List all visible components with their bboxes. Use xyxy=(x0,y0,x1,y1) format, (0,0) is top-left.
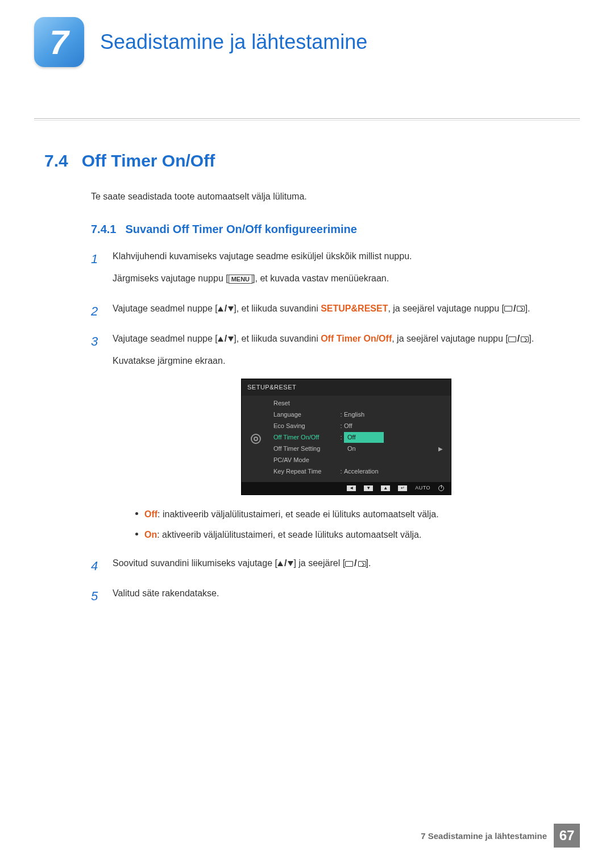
osd-option-off: Off xyxy=(344,432,384,443)
subsection-number: 7.4.1 xyxy=(91,223,116,236)
subsection-title: Suvandi Off Timer On/Off konfigureerimin… xyxy=(125,223,356,236)
osd-row-eco: Eco Saving:Off xyxy=(270,421,449,432)
page-number: 67 xyxy=(554,824,580,848)
menu-button-label: MENU xyxy=(229,275,252,284)
step-2: 2 Vajutage seadmel nuppe [/], et liikuda… xyxy=(91,302,580,324)
section-heading: 7.4 Off Timer On/Off xyxy=(44,151,570,171)
highlight-setup-reset: SETUP&RESET xyxy=(321,304,388,313)
step-number: 2 xyxy=(91,302,102,324)
bullet-on: On: aktiveerib väljalülitustaimeri, et s… xyxy=(135,528,580,542)
up-down-icon: / xyxy=(218,302,234,316)
up-down-icon: / xyxy=(277,556,293,571)
step-text: Vajutage seadmel nuppe [/], et liikuda s… xyxy=(113,302,580,316)
chapter-number-badge: 7 xyxy=(34,17,84,67)
step-text: Soovitud suvandini liikumiseks vajutage … xyxy=(113,556,580,571)
osd-row-language: Language:English xyxy=(270,409,449,421)
step-text: Vajutage seadmel nuppe [/], et liikuda s… xyxy=(113,332,580,346)
step-1: 1 Klahvijuhendi kuvamiseks vajutage sead… xyxy=(91,250,580,294)
source-enter-icon: / xyxy=(345,556,366,571)
highlight-off-timer: Off Timer On/Off xyxy=(321,334,392,343)
osd-option-on: On xyxy=(344,443,384,454)
step-number: 1 xyxy=(91,250,102,294)
step-number: 4 xyxy=(91,556,102,579)
chapter-header: 7 Seadistamine ja lähtestamine xyxy=(34,17,580,67)
chapter-title: Seadistamine ja lähtestamine xyxy=(100,30,367,54)
section-title: Off Timer On/Off xyxy=(82,151,215,171)
step-number: 3 xyxy=(91,332,102,549)
osd-icon-column xyxy=(242,396,270,482)
step-text: Klahvijuhendi kuvamiseks vajutage seadme… xyxy=(113,250,580,264)
osd-screenshot: SETUP&RESET Reset Language:English Eco S… xyxy=(241,379,451,495)
source-enter-icon: / xyxy=(504,302,525,316)
step-5: 5 Valitud säte rakendatakse. xyxy=(91,587,580,609)
osd-row-off-timer-setting: Off Timer Setting On ▶ xyxy=(270,443,449,455)
step-text: Kuvatakse järgmine ekraan. xyxy=(113,354,580,368)
subsection-heading: 7.4.1 Suvandi Off Timer On/Off konfigure… xyxy=(91,223,580,236)
osd-row-reset: Reset xyxy=(270,398,449,409)
step-text: Järgmiseks vajutage nuppu [MENU], et kuv… xyxy=(113,272,580,286)
header-divider-thin xyxy=(34,120,580,121)
up-down-icon: / xyxy=(218,332,234,346)
step-4: 4 Soovitud suvandini liikumiseks vajutag… xyxy=(91,556,580,579)
osd-footer: ◄ ▼ ▲ ↵ AUTO xyxy=(242,482,451,495)
power-icon xyxy=(438,485,444,491)
step-list: 1 Klahvijuhendi kuvamiseks vajutage sead… xyxy=(91,250,580,609)
section-intro: Te saate seadistada toote automaatselt v… xyxy=(91,190,580,203)
section-number: 7.4 xyxy=(44,151,68,171)
manual-page: 7 Seadistamine ja lähtestamine 7.4 Off T… xyxy=(0,0,614,868)
page-footer: 7 Seadistamine ja lähtestamine 67 xyxy=(421,824,580,848)
osd-nav-down-icon: ▼ xyxy=(364,485,373,491)
osd-nav-enter-icon: ↵ xyxy=(398,485,407,491)
osd-title: SETUP&RESET xyxy=(242,379,451,396)
step-number: 5 xyxy=(91,587,102,609)
source-enter-icon: / xyxy=(508,332,529,346)
option-bullets: Off: inaktiveerib väljalülitustaimeri, e… xyxy=(135,508,580,542)
chevron-right-icon: ▶ xyxy=(438,445,449,454)
step-3: 3 Vajutage seadmel nuppe [/], et liikuda… xyxy=(91,332,580,549)
osd-menu-list: Reset Language:English Eco Saving:Off Of… xyxy=(270,396,451,482)
bullet-off: Off: inaktiveerib väljalülitustaimeri, e… xyxy=(135,508,580,521)
osd-nav-left-icon: ◄ xyxy=(347,485,356,491)
osd-row-off-timer-onoff: Off Timer On/Off: Off xyxy=(270,432,449,443)
chapter-number: 7 xyxy=(49,23,68,62)
gear-icon xyxy=(251,434,261,444)
step-text: Valitud säte rakendatakse. xyxy=(113,587,580,601)
osd-auto-label: AUTO xyxy=(415,484,430,492)
osd-row-pcav: PC/AV Mode xyxy=(270,455,449,466)
header-divider xyxy=(34,118,580,119)
osd-nav-up-icon: ▲ xyxy=(381,485,390,491)
footer-chapter-label: 7 Seadistamine ja lähtestamine xyxy=(421,831,547,841)
osd-row-keyrepeat: Key Repeat Time:Acceleration xyxy=(270,466,449,477)
